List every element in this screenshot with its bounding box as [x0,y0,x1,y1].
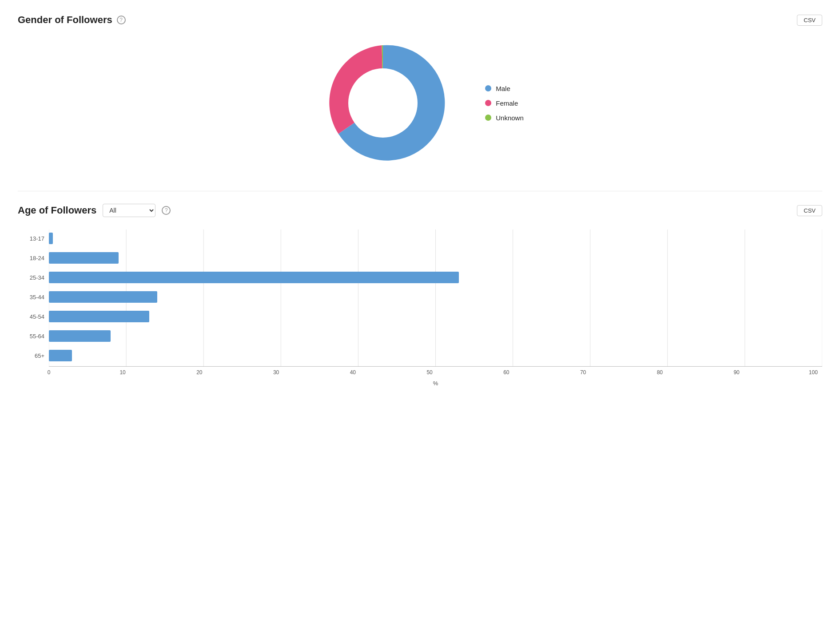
legend-dot-male [485,85,491,91]
legend-label-female: Female [496,99,518,107]
bar-label-25-34: 25-34 [21,274,44,281]
legend-item-unknown: Unknown [485,114,524,122]
bar-fill-35-44 [49,291,157,303]
bar-track-55-64 [49,330,822,342]
bar-row-25-34: 25-34 [49,269,822,286]
bar-rows-area: 13-17 18-24 25-34 35-44 [49,229,822,366]
bar-label-45-54: 45-54 [21,313,44,320]
x-tick-10: 10 [119,369,125,376]
x-tick-40: 40 [350,369,356,376]
donut-svg [316,36,450,170]
bar-track-13-17 [49,233,822,244]
bar-row-55-64: 55-64 [49,327,822,345]
gender-chart-area: Male Female Unknown [18,36,822,170]
bar-label-13-17: 13-17 [21,235,44,242]
bar-fill-55-64 [49,330,111,342]
bar-fill-25-34 [49,272,459,283]
age-csv-button[interactable]: CSV [797,205,822,216]
x-tick-70: 70 [580,369,586,376]
x-tick-50: 50 [426,369,432,376]
x-tick-60: 60 [503,369,509,376]
bar-fill-45-54 [49,311,149,322]
legend-dot-unknown [485,115,491,121]
bar-fill-13-17 [49,233,53,244]
age-bar-chart: 13-17 18-24 25-34 35-44 [18,229,822,387]
x-tick-100: 100 [809,369,818,376]
legend-item-female: Female [485,99,524,107]
bar-label-35-44: 35-44 [21,294,44,301]
bar-track-18-24 [49,252,822,264]
gender-legend: Male Female Unknown [485,85,524,122]
legend-dot-female [485,100,491,106]
gender-donut-chart [316,36,450,170]
bar-row-45-54: 45-54 [49,308,822,325]
gender-title-group: Gender of Followers ? [18,14,126,26]
x-tick-90: 90 [733,369,739,376]
bar-label-55-64: 55-64 [21,333,44,340]
age-bar-chart-container: 13-17 18-24 25-34 35-44 [18,229,822,387]
x-tick-20: 20 [196,369,202,376]
legend-item-male: Male [485,85,524,92]
gender-section-header: Gender of Followers ? CSV [18,14,822,26]
bar-row-35-44: 35-44 [49,288,822,306]
bar-row-13-17: 13-17 [49,229,822,247]
bar-row-65plus: 65+ [49,347,822,364]
x-tick-0: 0 [48,369,51,376]
x-axis: 0 10 20 30 40 50 60 70 80 90 100 % [49,366,822,387]
age-section-header: Age of Followers All Male Female Unknown… [18,204,822,217]
age-title: Age of Followers [18,205,96,216]
bar-track-25-34 [49,272,822,283]
x-axis-label: % [49,380,822,387]
gender-csv-button[interactable]: CSV [797,15,822,26]
bar-label-65plus: 65+ [21,352,44,359]
gender-title: Gender of Followers [18,14,112,26]
gender-help-icon[interactable]: ? [117,16,126,24]
donut-hole [348,68,418,138]
x-tick-80: 80 [657,369,663,376]
bar-row-18-24: 18-24 [49,249,822,267]
bar-track-65plus [49,350,822,361]
age-filter-select[interactable]: All Male Female Unknown [103,204,155,217]
bar-fill-65plus [49,350,72,361]
bar-track-35-44 [49,291,822,303]
legend-label-male: Male [496,85,510,92]
section-divider [18,191,822,191]
bar-track-45-54 [49,311,822,322]
x-axis-ticks-container: 0 10 20 30 40 50 60 70 80 90 100 [49,369,822,376]
age-header-left: Age of Followers All Male Female Unknown… [18,204,171,217]
bar-fill-18-24 [49,252,119,264]
bar-label-18-24: 18-24 [21,255,44,261]
age-help-icon[interactable]: ? [162,206,171,215]
legend-label-unknown: Unknown [496,114,524,122]
x-tick-30: 30 [273,369,279,376]
